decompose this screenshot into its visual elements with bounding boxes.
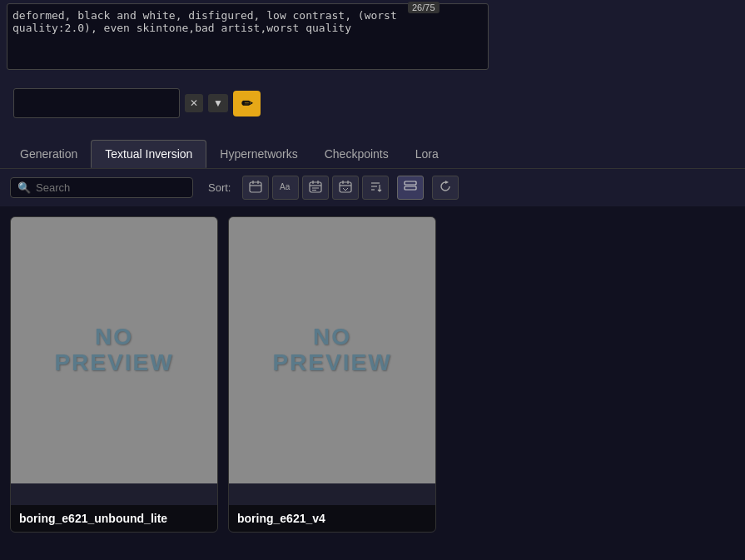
card-preview-2: NO PREVIEW	[229, 217, 435, 483]
sort-alpha-button[interactable]: Aa	[272, 176, 299, 200]
search-icon: 🔍	[17, 181, 31, 194]
tab-hypernetworks[interactable]: Hypernetworks	[206, 141, 310, 167]
no-preview-line1-2: NO	[272, 325, 391, 350]
sort-date-modified-button[interactable]	[302, 176, 329, 200]
sort-asc-button[interactable]	[362, 176, 389, 200]
svg-text:Aa: Aa	[280, 182, 291, 191]
sort-label: Sort:	[208, 181, 231, 194]
no-preview-line1-1: NO	[54, 325, 173, 350]
negative-prompt-section: 26/75 ✕ ▼ ✏	[0, 0, 745, 140]
card-boring-e621-unbound-lite[interactable]: NO PREVIEW boring_e621_unbound_lite	[10, 216, 218, 533]
pencil-button[interactable]: ✏	[233, 91, 261, 116]
svg-rect-19	[405, 186, 416, 190]
search-wrapper: 🔍	[10, 177, 193, 198]
tab-generation[interactable]: Generation	[7, 141, 91, 167]
no-preview-line2-2: PREVIEW	[272, 350, 391, 376]
sort-date-another-button[interactable]	[332, 176, 359, 200]
tab-lora[interactable]: Lora	[402, 141, 452, 167]
dropdown-button[interactable]: ▼	[208, 94, 228, 112]
card-boring-e621-v4[interactable]: NO PREVIEW boring_e621_v4	[228, 216, 436, 533]
no-preview-text-1: NO PREVIEW	[54, 325, 173, 376]
refresh-button[interactable]	[432, 176, 459, 200]
token-counter: 26/75	[408, 2, 440, 13]
svg-rect-18	[405, 181, 416, 185]
style-input[interactable]	[13, 88, 180, 118]
card-label-1: boring_e621_unbound_lite	[11, 505, 217, 532]
card-preview-1: NO PREVIEW	[11, 217, 217, 483]
sort-icons: Aa	[242, 176, 389, 200]
no-preview-line2-1: PREVIEW	[54, 350, 173, 376]
tabs-row: Generation Textual Inversion Hypernetwor…	[0, 140, 745, 169]
clear-button[interactable]: ✕	[185, 94, 203, 112]
svg-rect-5	[310, 182, 321, 192]
tab-checkpoints[interactable]: Checkpoints	[311, 141, 402, 167]
svg-rect-0	[250, 182, 261, 192]
tab-textual-inversion[interactable]: Textual Inversion	[91, 140, 206, 168]
no-preview-text-2: NO PREVIEW	[272, 325, 391, 376]
sort-date-created-button[interactable]	[242, 176, 269, 200]
search-sort-row: 🔍 Sort: Aa	[0, 169, 745, 206]
list-view-button[interactable]	[397, 176, 424, 200]
right-controls: ✕ ▼ ✏	[13, 70, 261, 136]
card-label-2: boring_e621_v4	[229, 505, 435, 532]
search-input[interactable]	[36, 181, 186, 194]
negative-prompt-textarea[interactable]	[7, 3, 489, 70]
card-grid: NO PREVIEW boring_e621_unbound_lite NO P…	[0, 206, 745, 560]
